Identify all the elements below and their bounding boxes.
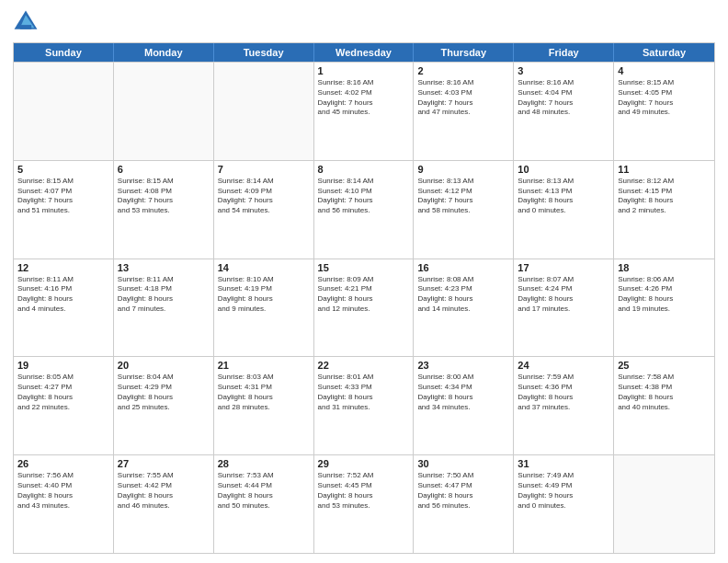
cell-info: Sunrise: 8:15 AM Sunset: 4:08 PM Dayligh… <box>118 177 210 216</box>
cal-cell-15: 15Sunrise: 8:09 AM Sunset: 4:21 PM Dayli… <box>314 259 415 357</box>
cell-info: Sunrise: 8:05 AM Sunset: 4:27 PM Dayligh… <box>17 373 109 412</box>
cal-cell-empty-0-0 <box>14 63 114 160</box>
calendar-row-4: 26Sunrise: 7:56 AM Sunset: 4:40 PM Dayli… <box>14 454 714 553</box>
cal-cell-4: 4Sunrise: 8:15 AM Sunset: 4:05 PM Daylig… <box>614 63 714 160</box>
logo <box>13 9 42 35</box>
cal-cell-empty-0-1 <box>114 63 214 160</box>
cell-info: Sunrise: 8:07 AM Sunset: 4:24 PM Dayligh… <box>518 275 609 315</box>
cell-info: Sunrise: 8:15 AM Sunset: 4:05 PM Dayligh… <box>618 78 711 118</box>
cell-info: Sunrise: 8:11 AM Sunset: 4:16 PM Dayligh… <box>17 275 109 315</box>
cell-info: Sunrise: 8:09 AM Sunset: 4:21 PM Dayligh… <box>318 275 410 315</box>
cal-cell-18: 18Sunrise: 8:06 AM Sunset: 4:26 PM Dayli… <box>614 259 714 357</box>
cell-info: Sunrise: 8:11 AM Sunset: 4:18 PM Dayligh… <box>118 275 210 315</box>
day-number: 19 <box>17 360 109 371</box>
day-number: 12 <box>17 262 109 273</box>
day-number: 4 <box>618 65 711 76</box>
cal-cell-26: 26Sunrise: 7:56 AM Sunset: 4:40 PM Dayli… <box>14 455 114 553</box>
cell-info: Sunrise: 8:08 AM Sunset: 4:23 PM Dayligh… <box>417 275 509 315</box>
cell-info: Sunrise: 7:52 AM Sunset: 4:45 PM Dayligh… <box>318 471 410 511</box>
day-number: 25 <box>618 360 711 371</box>
cal-cell-19: 19Sunrise: 8:05 AM Sunset: 4:27 PM Dayli… <box>14 357 114 454</box>
cell-info: Sunrise: 8:13 AM Sunset: 4:13 PM Dayligh… <box>518 177 609 216</box>
day-number: 14 <box>218 262 310 273</box>
day-number: 29 <box>318 458 410 469</box>
day-number: 20 <box>118 360 210 371</box>
cell-info: Sunrise: 7:49 AM Sunset: 4:49 PM Dayligh… <box>518 471 609 511</box>
day-number: 27 <box>118 458 210 469</box>
cal-cell-31: 31Sunrise: 7:49 AM Sunset: 4:49 PM Dayli… <box>514 455 614 553</box>
cal-cell-12: 12Sunrise: 8:11 AM Sunset: 4:16 PM Dayli… <box>14 259 114 357</box>
day-number: 15 <box>318 262 410 273</box>
cell-info: Sunrise: 8:16 AM Sunset: 4:04 PM Dayligh… <box>518 78 609 118</box>
weekday-header-thursday: Thursday <box>414 43 514 62</box>
cell-info: Sunrise: 7:50 AM Sunset: 4:47 PM Dayligh… <box>417 471 509 511</box>
cal-cell-13: 13Sunrise: 8:11 AM Sunset: 4:18 PM Dayli… <box>114 259 214 357</box>
day-number: 28 <box>218 458 310 469</box>
calendar-row-0: 1Sunrise: 8:16 AM Sunset: 4:02 PM Daylig… <box>14 62 714 160</box>
weekday-header-monday: Monday <box>114 43 214 62</box>
cell-info: Sunrise: 7:58 AM Sunset: 4:38 PM Dayligh… <box>618 373 711 412</box>
cal-cell-10: 10Sunrise: 8:13 AM Sunset: 4:13 PM Dayli… <box>514 161 614 259</box>
cell-info: Sunrise: 7:55 AM Sunset: 4:42 PM Dayligh… <box>118 471 210 511</box>
svg-rect-2 <box>20 25 31 29</box>
day-number: 30 <box>417 458 509 469</box>
cal-cell-17: 17Sunrise: 8:07 AM Sunset: 4:24 PM Dayli… <box>514 259 614 357</box>
day-number: 24 <box>518 360 609 371</box>
day-number: 6 <box>118 164 210 175</box>
cell-info: Sunrise: 8:10 AM Sunset: 4:19 PM Dayligh… <box>218 275 310 315</box>
calendar-row-3: 19Sunrise: 8:05 AM Sunset: 4:27 PM Dayli… <box>14 356 714 454</box>
cal-cell-empty-4-6 <box>614 455 714 553</box>
cell-info: Sunrise: 8:15 AM Sunset: 4:07 PM Dayligh… <box>17 177 109 216</box>
calendar-row-1: 5Sunrise: 8:15 AM Sunset: 4:07 PM Daylig… <box>14 160 714 259</box>
calendar-body: 1Sunrise: 8:16 AM Sunset: 4:02 PM Daylig… <box>14 62 714 553</box>
day-number: 16 <box>417 262 509 273</box>
page: SundayMondayTuesdayWednesdayThursdayFrid… <box>0 0 728 563</box>
cell-info: Sunrise: 8:06 AM Sunset: 4:26 PM Dayligh… <box>618 275 711 315</box>
day-number: 31 <box>518 458 609 469</box>
day-number: 5 <box>17 164 109 175</box>
day-number: 13 <box>118 262 210 273</box>
day-number: 21 <box>218 360 310 371</box>
cal-cell-5: 5Sunrise: 8:15 AM Sunset: 4:07 PM Daylig… <box>14 161 114 259</box>
calendar: SundayMondayTuesdayWednesdayThursdayFrid… <box>13 42 715 554</box>
day-number: 8 <box>318 164 410 175</box>
calendar-row-2: 12Sunrise: 8:11 AM Sunset: 4:16 PM Dayli… <box>14 259 714 357</box>
day-number: 11 <box>618 164 711 175</box>
cell-info: Sunrise: 7:56 AM Sunset: 4:40 PM Dayligh… <box>17 471 109 511</box>
day-number: 7 <box>218 164 310 175</box>
calendar-header: SundayMondayTuesdayWednesdayThursdayFrid… <box>14 43 714 62</box>
day-number: 10 <box>518 164 609 175</box>
day-number: 2 <box>417 65 509 76</box>
day-number: 23 <box>417 360 509 371</box>
cal-cell-29: 29Sunrise: 7:52 AM Sunset: 4:45 PM Dayli… <box>314 455 415 553</box>
cal-cell-27: 27Sunrise: 7:55 AM Sunset: 4:42 PM Dayli… <box>114 455 214 553</box>
cell-info: Sunrise: 8:13 AM Sunset: 4:12 PM Dayligh… <box>417 177 509 216</box>
cell-info: Sunrise: 8:01 AM Sunset: 4:33 PM Dayligh… <box>318 373 410 412</box>
day-number: 1 <box>318 65 410 76</box>
cell-info: Sunrise: 8:04 AM Sunset: 4:29 PM Dayligh… <box>118 373 210 412</box>
day-number: 9 <box>417 164 509 175</box>
cal-cell-1: 1Sunrise: 8:16 AM Sunset: 4:02 PM Daylig… <box>314 63 415 160</box>
cell-info: Sunrise: 8:14 AM Sunset: 4:09 PM Dayligh… <box>218 177 310 216</box>
cell-info: Sunrise: 8:14 AM Sunset: 4:10 PM Dayligh… <box>318 177 410 216</box>
cal-cell-30: 30Sunrise: 7:50 AM Sunset: 4:47 PM Dayli… <box>414 455 514 553</box>
day-number: 18 <box>618 262 711 273</box>
day-number: 3 <box>518 65 609 76</box>
cell-info: Sunrise: 7:53 AM Sunset: 4:44 PM Dayligh… <box>218 471 310 511</box>
cal-cell-7: 7Sunrise: 8:14 AM Sunset: 4:09 PM Daylig… <box>214 161 314 259</box>
cell-info: Sunrise: 8:16 AM Sunset: 4:02 PM Dayligh… <box>318 78 410 118</box>
weekday-header-sunday: Sunday <box>14 43 114 62</box>
cal-cell-9: 9Sunrise: 8:13 AM Sunset: 4:12 PM Daylig… <box>414 161 514 259</box>
cal-cell-28: 28Sunrise: 7:53 AM Sunset: 4:44 PM Dayli… <box>214 455 314 553</box>
cell-info: Sunrise: 8:00 AM Sunset: 4:34 PM Dayligh… <box>417 373 509 412</box>
weekday-header-tuesday: Tuesday <box>214 43 314 62</box>
cal-cell-3: 3Sunrise: 8:16 AM Sunset: 4:04 PM Daylig… <box>514 63 614 160</box>
cell-info: Sunrise: 8:12 AM Sunset: 4:15 PM Dayligh… <box>618 177 711 216</box>
day-number: 22 <box>318 360 410 371</box>
cal-cell-14: 14Sunrise: 8:10 AM Sunset: 4:19 PM Dayli… <box>214 259 314 357</box>
weekday-header-saturday: Saturday <box>614 43 714 62</box>
cal-cell-empty-0-2 <box>214 63 314 160</box>
header <box>13 9 715 35</box>
cal-cell-20: 20Sunrise: 8:04 AM Sunset: 4:29 PM Dayli… <box>114 357 214 454</box>
day-number: 26 <box>17 458 109 469</box>
